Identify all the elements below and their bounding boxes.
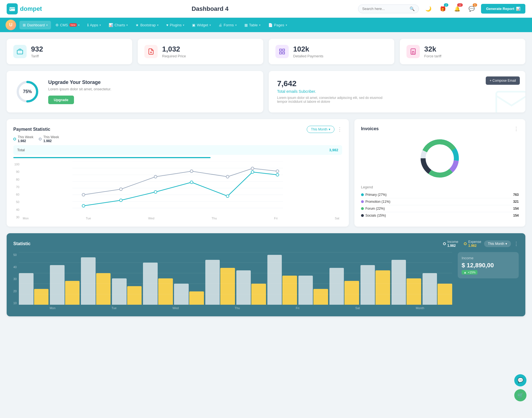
svg-point-23: [119, 199, 122, 202]
invoices-donut-svg: [418, 136, 462, 181]
x-label-sat: Sat: [335, 217, 339, 220]
stat-more-btn[interactable]: ⋮: [514, 241, 519, 247]
bar-yellow-7: [220, 268, 235, 305]
nav-item-widget[interactable]: ▣ Widget ▾: [189, 21, 214, 29]
this-month-filter-btn[interactable]: This Month ▾: [307, 126, 334, 133]
bar-group-3: [81, 252, 111, 305]
legend-text-1: This Week 1.982: [18, 135, 33, 143]
svg-point-1: [10, 9, 11, 10]
search-icon: 🔍: [410, 6, 415, 11]
avatar-initials: U: [6, 20, 16, 30]
stat-info-price: 1,032 Required Price: [162, 45, 186, 58]
stat-month-filter-btn[interactable]: This Month ▾: [484, 240, 511, 247]
nav-label-bootstrap: Bootstrap: [140, 23, 156, 27]
svg-point-25: [190, 181, 193, 184]
invoices-header: Invoices ⋮: [361, 126, 519, 132]
socials-dot: [361, 214, 364, 217]
gift-icon-btn[interactable]: 🎁 2: [438, 4, 448, 14]
bell-icon-btn[interactable]: 🔔 12: [452, 4, 462, 14]
nav-item-apps[interactable]: ℹ Apps ▾: [84, 21, 104, 29]
nav-avatar: U: [6, 20, 16, 30]
bar-group-13: [392, 252, 421, 305]
nav-item-cms[interactable]: ⚙ CMS New ▾: [52, 21, 83, 29]
gear-icon: ⚙: [55, 23, 59, 27]
svg-point-32: [190, 170, 193, 173]
nav-item-charts[interactable]: 📊 Charts ▾: [105, 21, 131, 29]
storage-percent-label: 75%: [23, 89, 32, 94]
briefcase-icon: [13, 45, 27, 58]
bar-group-9: [267, 252, 297, 305]
bar-white-11: [329, 268, 344, 305]
expense-legend-dot: [464, 242, 467, 245]
svg-point-26: [226, 195, 229, 198]
bar-yellow-2: [65, 281, 80, 305]
storage-description: Lorem ipsum dolor sit amet, onsectetur.: [48, 87, 111, 91]
income-box-label: Income: [462, 256, 515, 260]
compose-email-button[interactable]: + Compose Email: [486, 76, 520, 85]
chat-icon-btn[interactable]: 💬 5: [467, 4, 477, 14]
stat-card-tariff: 932 Tariff: [7, 39, 132, 64]
required-price-value: 1,032: [162, 45, 186, 53]
nav-item-table[interactable]: ▦ Table ▾: [241, 21, 264, 29]
nav-label-widget: Widget: [197, 23, 208, 27]
svg-rect-7: [283, 49, 285, 51]
bar-yellow-13: [406, 278, 421, 305]
cms-arrow-icon: ▾: [78, 24, 80, 27]
legend-row-socials: Socials (15%) 154: [361, 212, 519, 219]
legend-title: Legend: [361, 185, 519, 189]
income-legend-label: Income: [447, 240, 458, 244]
grid-bar-icon: [275, 45, 289, 58]
bar-yellow-8: [251, 284, 266, 305]
generate-report-label: Generate Report: [486, 7, 514, 11]
nav-item-bootstrap[interactable]: ★ Bootstrap ▾: [132, 21, 162, 29]
payment-card: Payment Statistic This Month ▾ ⋮ This We…: [7, 119, 349, 227]
nav-label-dashboard: Dashboard: [27, 23, 45, 27]
search-box[interactable]: 🔍: [358, 4, 419, 13]
bar-white-2: [50, 265, 65, 305]
charts-arrow-icon: ▾: [126, 24, 128, 27]
bar-white-14: [423, 273, 437, 305]
legend-left-promotion: Promotion (11%): [361, 200, 390, 204]
bar-yellow-5: [158, 278, 173, 305]
income-expense-panel: Income $ 12,890,00 ▲ +15%: [458, 252, 519, 278]
nav-item-pages[interactable]: 📄 Pages ▾: [265, 21, 290, 29]
income-legend-item: Income 1.982: [443, 240, 458, 248]
x-label-mon: Mon: [23, 217, 29, 220]
nav-label-table: Table: [249, 23, 258, 27]
payment-title: Payment Statistic: [13, 127, 50, 132]
generate-report-button[interactable]: Generate Report 📊: [481, 4, 525, 14]
moon-toggle[interactable]: 🌙: [423, 4, 433, 14]
gift-badge: 2: [444, 3, 448, 7]
bar-yellow-10: [313, 289, 328, 305]
bar-yellow-11: [344, 281, 359, 305]
bar-group-11: [329, 252, 359, 305]
top-header: dompet Dashboard 4 🔍 🌙 🎁 2 🔔 12 💬 5 Gene…: [0, 0, 532, 18]
stat-card-required-price: 1,032 Required Price: [138, 39, 263, 64]
total-value: 3,982: [329, 148, 338, 152]
stat-info-force: 32k Force tariff: [424, 45, 441, 58]
forms-arrow-icon: ▾: [235, 24, 237, 27]
nav-item-forms[interactable]: 🖨 Forms ▾: [215, 21, 240, 29]
line-chart-wrapper: 100 90 80 70 60 50 40 30: [13, 161, 342, 220]
svg-rect-6: [280, 49, 282, 51]
logo-text: dompet: [20, 5, 42, 12]
nav-item-plugins[interactable]: ♥ Plugins ▾: [163, 21, 188, 29]
chat-badge: 5: [473, 3, 477, 7]
promotion-count: 321: [513, 200, 519, 204]
heart-icon: ♥: [166, 23, 168, 27]
legend-item-2: This Week 1.982: [39, 135, 59, 143]
nav-label-charts: Charts: [114, 23, 125, 27]
invoices-more-btn[interactable]: ⋮: [514, 126, 519, 132]
payment-more-btn[interactable]: ⋮: [337, 126, 342, 132]
logo-area: dompet: [7, 3, 62, 14]
apps-arrow-icon: ▾: [99, 24, 101, 27]
filter-chevron-icon: ▾: [329, 127, 330, 131]
upgrade-button[interactable]: Upgrade: [48, 96, 74, 104]
search-input[interactable]: [362, 7, 410, 11]
forum-count: 154: [513, 207, 519, 211]
x-labels: Mon Tue Wed Thu Fri Sat: [13, 217, 342, 220]
stat-info-detailed: 102k Detalled Payments: [293, 45, 323, 58]
bar-yellow-4: [127, 286, 142, 305]
nav-item-dashboard[interactable]: ⊞ Dashboard ▾: [19, 21, 51, 29]
x-label-fri: Fri: [274, 217, 278, 220]
